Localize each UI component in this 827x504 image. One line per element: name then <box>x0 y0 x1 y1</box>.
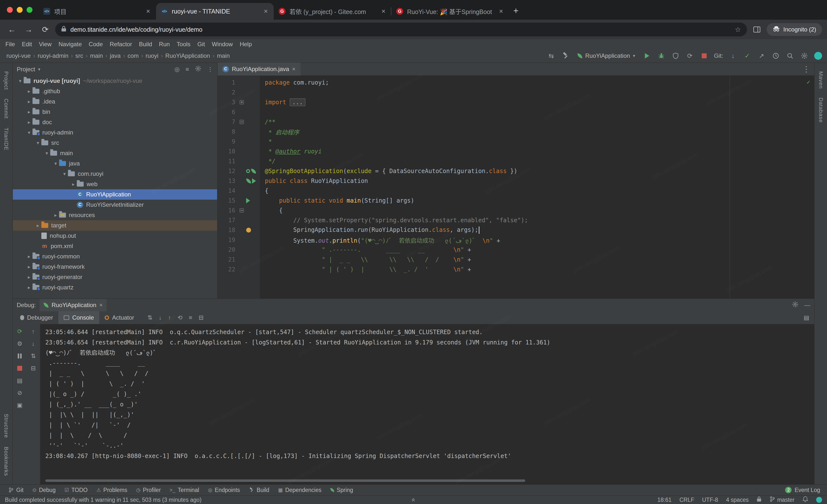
rerun-icon[interactable]: ⟳ <box>685 51 694 60</box>
update-project-button[interactable]: ↓ <box>729 51 737 60</box>
leaf-gutter-icon[interactable] <box>251 169 256 174</box>
printer-icon[interactable]: ▤ <box>16 377 23 384</box>
compare-icon[interactable]: ⇆ <box>547 51 556 60</box>
tree-item-ruoyiservletinitializer[interactable]: CRuoYiServletInitializer <box>13 200 217 210</box>
pause-button[interactable] <box>16 352 23 359</box>
tab-close-button[interactable]: × <box>498 7 504 15</box>
chevron-down-icon[interactable]: ▾ <box>26 129 33 135</box>
stop-button[interactable] <box>16 365 23 372</box>
tree-item-web[interactable]: ▸web <box>13 179 217 189</box>
tree-item-.github[interactable]: ▸.github <box>13 86 217 96</box>
tab-close-button[interactable]: × <box>145 7 151 15</box>
step-up-icon[interactable]: ↑ <box>29 328 37 335</box>
build-hammer-icon[interactable] <box>561 51 570 60</box>
ide-status-dot[interactable] <box>816 497 822 503</box>
debug-session-tab[interactable]: RuoYiApplication × <box>40 299 107 311</box>
tool-stripe-database[interactable]: Database <box>818 93 824 127</box>
status-message[interactable]: Build completed successfully with 1 warn… <box>5 497 202 503</box>
run-gutter-icon[interactable] <box>246 198 250 203</box>
tree-item-ruoyi-common[interactable]: ▸ruoyi-common <box>13 251 217 262</box>
rerun-button[interactable]: ⟳ <box>16 328 23 335</box>
chevron-right-icon[interactable]: ▸ <box>26 88 33 94</box>
session-close-icon[interactable]: × <box>99 302 103 309</box>
tree-item-bin[interactable]: ▸bin <box>13 107 217 117</box>
git-branch-widget[interactable]: master <box>769 496 794 504</box>
search-icon[interactable] <box>786 51 794 60</box>
tab-close-button[interactable]: × <box>263 7 269 15</box>
new-tab-button[interactable]: + <box>509 4 523 18</box>
breadcrumb-item[interactable]: ruoyi <box>144 52 160 59</box>
history-icon[interactable] <box>771 51 780 60</box>
event-log-button[interactable]: 2 Event Log <box>785 487 823 493</box>
coverage-button[interactable] <box>671 51 680 60</box>
locate-file-icon[interactable]: ◎ <box>175 66 180 73</box>
collapse-all-icon[interactable]: ≡ <box>186 66 189 73</box>
chevron-down-icon[interactable]: ▾ <box>52 161 59 166</box>
readonly-lock-icon[interactable] <box>757 496 762 504</box>
chevron-down-icon[interactable]: ▾ <box>43 150 50 156</box>
chevron-down-icon[interactable]: ▾ <box>38 67 40 72</box>
breadcrumb-item[interactable]: java <box>108 52 122 59</box>
menu-file[interactable]: File <box>2 41 18 48</box>
sort-icon[interactable]: ⇅ <box>147 314 152 321</box>
tree-item-pom.xml[interactable]: mpom.xml <box>13 241 217 251</box>
browser-tab[interactable]: GRuoYi-Vue: 🎉 基于SpringBoot× <box>391 3 509 20</box>
debug-tab-actuator[interactable]: Actuator <box>99 311 139 324</box>
debug-settings-gear-icon[interactable] <box>792 301 798 309</box>
chevron-down-icon[interactable]: ▾ <box>61 171 68 177</box>
tree-item-.idea[interactable]: ▸.idea <box>13 96 217 107</box>
tab-close-button[interactable]: × <box>381 7 386 15</box>
breadcrumb-item[interactable]: ruoyi-vue <box>5 52 32 59</box>
incognito-badge[interactable]: Incognito (2) <box>767 23 822 36</box>
run-button[interactable] <box>643 51 651 60</box>
chevron-right-icon[interactable]: ▸ <box>26 264 33 270</box>
line-ending-indicator[interactable]: CRLF <box>679 497 694 503</box>
encoding-indicator[interactable]: UTF-8 <box>702 497 718 503</box>
collapse-output-icon[interactable]: ⊟ <box>199 314 203 321</box>
debug-tab-debugger[interactable]: Debugger <box>15 311 58 324</box>
tool-stripe-titanide[interactable]: TitanIDE <box>3 123 9 155</box>
tool-window-button-git[interactable]: Git <box>4 485 28 495</box>
tab-close-icon[interactable]: × <box>292 66 296 72</box>
layout-settings-icon[interactable]: ▤ <box>799 314 814 321</box>
address-bar[interactable]: demo.titanide.cn/ide/web/coding/ruoyi-vu… <box>55 22 747 37</box>
tool-stripe-commit[interactable]: Commit <box>3 94 9 123</box>
mute-breakpoints-icon[interactable]: ⊘ <box>16 389 23 396</box>
window-minimize-button[interactable] <box>17 7 22 13</box>
scroll-up-icon[interactable]: ↑ <box>168 314 171 321</box>
tree-item-main[interactable]: ▾main <box>13 148 217 158</box>
tool-window-button-spring[interactable]: Spring <box>326 485 357 495</box>
tree-item-src[interactable]: ▾src <box>13 138 217 148</box>
fold-marker[interactable]: − <box>238 208 245 213</box>
tool-stripe-maven[interactable]: Maven <box>818 67 824 93</box>
panel-settings-gear-icon[interactable] <box>195 65 201 73</box>
chevron-right-icon[interactable]: ▸ <box>26 254 33 259</box>
fold-minus-icon[interactable]: − <box>240 208 244 213</box>
run-gutter-icon[interactable] <box>252 178 256 184</box>
breadcrumb-item[interactable]: RuoYiApplication <box>164 52 212 59</box>
hide-panel-icon[interactable]: ⋮ <box>207 66 213 73</box>
step-over-icon[interactable]: ⇅ <box>29 352 37 359</box>
browser-tab[interactable]: G若依 (y_project) - Gitee.com× <box>274 3 391 20</box>
window-zoom-button[interactable] <box>27 7 33 13</box>
menu-tools[interactable]: Tools <box>173 41 194 48</box>
reload-button[interactable]: ⟳ <box>38 22 52 37</box>
fold-plus-icon[interactable]: + <box>240 100 244 105</box>
tree-item-java[interactable]: ▾java <box>13 158 217 169</box>
dot-gutter-icon[interactable] <box>246 228 251 233</box>
menu-build[interactable]: Build <box>135 41 155 48</box>
menu-edit[interactable]: Edit <box>18 41 36 48</box>
clear-console-icon[interactable]: ≡ <box>189 314 192 321</box>
menu-refactor[interactable]: Refactor <box>106 41 136 48</box>
menu-code[interactable]: Code <box>85 41 106 48</box>
chevron-down-icon[interactable]: ▾ <box>35 140 41 146</box>
soft-wrap-icon[interactable]: ⟲ <box>178 314 182 321</box>
side-panel-icon[interactable] <box>750 22 764 37</box>
breadcrumb-item[interactable]: com <box>126 52 140 59</box>
menu-run[interactable]: Run <box>155 41 173 48</box>
breadcrumb-item[interactable]: main <box>89 52 104 59</box>
tree-item-ruoyi-generator[interactable]: ▸ruoyi-generator <box>13 272 217 282</box>
tree-item-ruoyi-quartz[interactable]: ▸ruoyi-quartz <box>13 282 217 292</box>
debug-settings-icon[interactable]: ⚙ <box>16 340 23 347</box>
browser-tab[interactable]: </>ruoyi-vue - TITANIDE× <box>156 3 274 20</box>
